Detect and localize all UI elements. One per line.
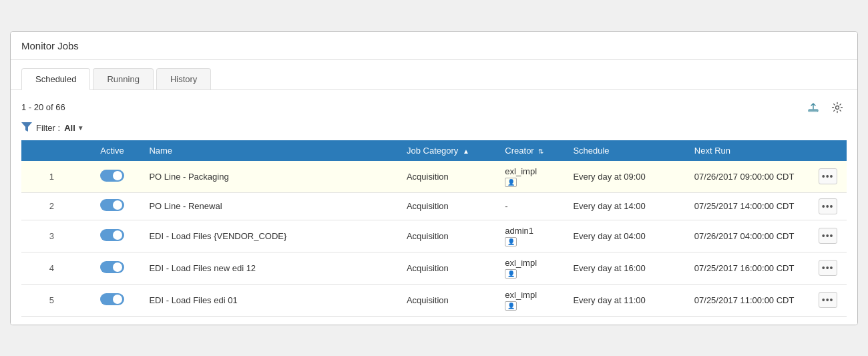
active-toggle[interactable] xyxy=(100,199,124,211)
more-actions-button[interactable]: ••• xyxy=(819,198,837,214)
tab-history[interactable]: History xyxy=(156,68,211,90)
filter-dropdown[interactable]: All ▼ xyxy=(64,123,84,133)
table-row: 1PO Line - PackagingAcquisitionexl_impl👤… xyxy=(21,161,847,193)
sort-both-icon: ⇅ xyxy=(538,148,544,155)
job-creator: - xyxy=(498,192,566,220)
table-row: 4EDI - Load Files new edi 12Acquisitione… xyxy=(21,252,847,284)
active-cell xyxy=(82,161,143,193)
active-toggle[interactable] xyxy=(100,229,124,241)
job-creator: exl_impl👤 xyxy=(498,252,566,284)
job-name: PO Line - Renewal xyxy=(142,192,400,220)
more-actions-button[interactable]: ••• xyxy=(819,292,837,308)
active-cell xyxy=(82,252,143,284)
tabs-bar: Scheduled Running History xyxy=(11,60,857,90)
col-header-creator[interactable]: Creator ⇅ xyxy=(498,140,566,161)
more-actions-button[interactable]: ••• xyxy=(819,260,837,276)
more-actions-button[interactable]: ••• xyxy=(819,168,837,184)
action-cell: ••• xyxy=(809,220,847,252)
creator-name: admin1 xyxy=(505,226,533,236)
col-header-name: Name xyxy=(142,140,400,161)
table-row: 3EDI - Load Files {VENDOR_CODE}Acquisiti… xyxy=(21,220,847,252)
col-header-nextrun: Next Run xyxy=(688,140,809,161)
job-schedule: Every day at 14:00 xyxy=(566,192,687,220)
action-cell: ••• xyxy=(809,192,847,220)
job-creator: exl_impl👤 xyxy=(498,284,566,316)
row-number: 3 xyxy=(21,220,82,252)
creator-person-icon: 👤 xyxy=(505,301,517,311)
record-count: 1 - 20 of 66 xyxy=(21,102,65,112)
job-schedule: Every day at 11:00 xyxy=(566,284,687,316)
creator-name: exl_impl xyxy=(505,258,537,268)
job-next-run: 07/25/2017 11:00:00 CDT xyxy=(688,284,809,316)
active-cell xyxy=(82,284,143,316)
job-next-run: 07/26/2017 09:00:00 CDT xyxy=(688,161,809,193)
creator-name: exl_impl xyxy=(505,166,537,176)
job-category: Acquisition xyxy=(400,252,498,284)
filter-value: All xyxy=(64,123,75,133)
job-category: Acquisition xyxy=(400,161,498,193)
job-name: EDI - Load Files new edi 12 xyxy=(142,252,400,284)
filter-icon xyxy=(21,122,32,134)
job-next-run: 07/25/2017 16:00:00 CDT xyxy=(688,252,809,284)
job-schedule: Every day at 16:00 xyxy=(566,252,687,284)
job-schedule: Every day at 09:00 xyxy=(566,161,687,193)
job-category: Acquisition xyxy=(400,220,498,252)
top-bar: 1 - 20 of 66 xyxy=(21,98,847,117)
creator-person-icon: 👤 xyxy=(505,269,517,279)
col-header-schedule: Schedule xyxy=(566,140,687,161)
content-area: 1 - 20 of 66 xyxy=(11,90,857,325)
creator-person-icon: 👤 xyxy=(505,178,517,187)
tab-scheduled[interactable]: Scheduled xyxy=(21,68,90,90)
page-title: Monitor Jobs xyxy=(11,32,857,60)
top-icons xyxy=(804,98,847,117)
row-number: 5 xyxy=(21,284,82,316)
job-name: PO Line - Packaging xyxy=(142,161,400,193)
svg-point-1 xyxy=(836,106,839,109)
chevron-down-icon: ▼ xyxy=(77,124,84,132)
job-name: EDI - Load Files edi 01 xyxy=(142,284,400,316)
action-cell: ••• xyxy=(809,284,847,316)
action-cell: ••• xyxy=(809,161,847,193)
col-header-num xyxy=(21,140,82,161)
job-category: Acquisition xyxy=(400,192,498,220)
table-header-row: Active Name Job Category ▲ Creator ⇅ Sch… xyxy=(21,140,847,161)
filter-bar: Filter : All ▼ xyxy=(21,122,847,134)
more-actions-button[interactable]: ••• xyxy=(819,228,837,244)
col-header-active: Active xyxy=(82,140,143,161)
row-number: 2 xyxy=(21,192,82,220)
table-row: 2PO Line - RenewalAcquisition-Every day … xyxy=(21,192,847,220)
main-window: Monitor Jobs Scheduled Running History 1… xyxy=(10,31,858,325)
active-toggle[interactable] xyxy=(100,293,124,305)
job-next-run: 07/26/2017 04:00:00 CDT xyxy=(688,220,809,252)
job-next-run: 07/25/2017 14:00:00 CDT xyxy=(688,192,809,220)
table-row: 5EDI - Load Files edi 01Acquisitionexl_i… xyxy=(21,284,847,316)
row-number: 1 xyxy=(21,161,82,193)
col-header-action xyxy=(809,140,847,161)
action-cell: ••• xyxy=(809,252,847,284)
job-creator: admin1👤 xyxy=(498,220,566,252)
job-creator: exl_impl👤 xyxy=(498,161,566,193)
active-toggle[interactable] xyxy=(100,261,124,273)
sort-asc-icon: ▲ xyxy=(463,148,469,155)
tab-running[interactable]: Running xyxy=(93,68,153,90)
job-schedule: Every day at 04:00 xyxy=(566,220,687,252)
filter-label: Filter : xyxy=(36,123,60,133)
creator-person-icon: 👤 xyxy=(505,237,517,246)
job-name: EDI - Load Files {VENDOR_CODE} xyxy=(142,220,400,252)
row-number: 4 xyxy=(21,252,82,284)
table-body: 1PO Line - PackagingAcquisitionexl_impl👤… xyxy=(21,161,847,317)
job-category: Acquisition xyxy=(400,284,498,316)
col-header-category[interactable]: Job Category ▲ xyxy=(400,140,498,161)
active-cell xyxy=(82,220,143,252)
active-cell xyxy=(82,192,143,220)
creator-name: exl_impl xyxy=(505,290,537,300)
active-toggle[interactable] xyxy=(100,170,124,182)
settings-button[interactable] xyxy=(828,98,847,117)
export-button[interactable] xyxy=(804,98,823,117)
jobs-table: Active Name Job Category ▲ Creator ⇅ Sch… xyxy=(21,140,847,317)
